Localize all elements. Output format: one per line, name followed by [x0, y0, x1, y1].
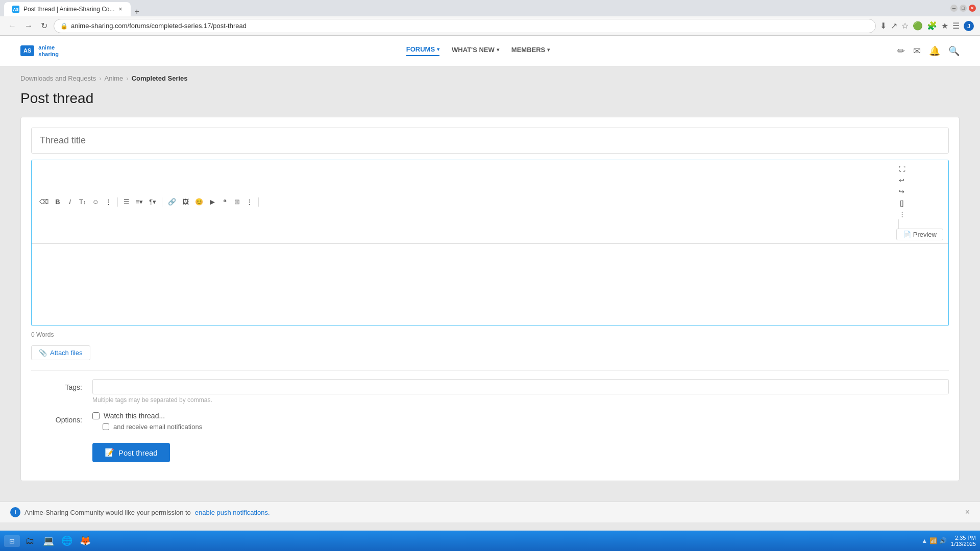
reload-button[interactable]: ↻: [39, 19, 50, 33]
lock-icon: 🔒: [60, 22, 68, 30]
preview-button[interactable]: 📄 Preview: [896, 229, 943, 240]
url-bar[interactable]: 🔒 anime-sharing.com/forums/completed-ser…: [54, 19, 876, 33]
close-button[interactable]: ✕: [969, 5, 976, 12]
forward-button[interactable]: →: [22, 19, 35, 33]
taskbar-icon-firefox[interactable]: 🦊: [77, 533, 93, 549]
more-button-1[interactable]: ⋮: [103, 196, 114, 208]
info-icon: i: [10, 507, 20, 517]
extension-icon1[interactable]: 🟢: [913, 21, 923, 31]
options-label: Options:: [31, 412, 92, 424]
paperclip-icon: 📎: [39, 349, 47, 357]
network-icon[interactable]: 📶: [929, 537, 937, 544]
options-field: Watch this thread... and receive email n…: [92, 412, 949, 431]
breadcrumb-item-1[interactable]: Downloads and Requests: [20, 74, 96, 82]
back-button[interactable]: ←: [6, 19, 18, 33]
maximize-button[interactable]: □: [960, 5, 967, 12]
pen-icon[interactable]: ✏: [897, 45, 905, 57]
clock[interactable]: 2:35 PM 1/13/2025: [951, 535, 976, 547]
file-explorer-icon: 🗂: [26, 536, 35, 546]
media-button[interactable]: ▶: [207, 196, 218, 208]
submit-field: 📝 Post thread: [92, 439, 949, 462]
extension-icon2[interactable]: 🧩: [927, 21, 937, 31]
mail-icon[interactable]: ✉: [913, 45, 921, 57]
toolbar-sep-2: [162, 197, 162, 207]
text-size-button[interactable]: T↕: [77, 196, 88, 208]
notif-link[interactable]: enable push notifications.: [195, 509, 270, 516]
notif-close-button[interactable]: ×: [965, 508, 970, 517]
more-button-2[interactable]: ⋮: [243, 196, 255, 208]
firefox-icon: 🦊: [80, 535, 91, 546]
post-thread-button[interactable]: 📝 Post thread: [92, 443, 170, 462]
minimize-button[interactable]: ─: [950, 5, 958, 12]
search-icon[interactable]: 🔍: [948, 45, 960, 57]
watch-thread-checkbox[interactable]: [92, 412, 100, 419]
address-bar: ← → ↻ 🔒 anime-sharing.com/forums/complet…: [0, 16, 980, 36]
clock-time: 2:35 PM: [951, 535, 976, 541]
bookmark-icon[interactable]: ☆: [901, 21, 909, 31]
smiley-tool-button[interactable]: ☺: [89, 196, 101, 208]
quote-button[interactable]: ❝: [219, 196, 230, 208]
taskbar-icon-file-explorer[interactable]: 🗂: [22, 533, 38, 549]
submit-row: 📝 Post thread: [31, 439, 949, 462]
italic-button[interactable]: I: [64, 196, 76, 208]
thread-title-input[interactable]: [31, 128, 949, 154]
chrome-icon: 🌐: [61, 535, 72, 546]
paragraph-button[interactable]: ¶▾: [146, 196, 159, 208]
word-count: 0 Words: [31, 329, 949, 340]
tab-close-button[interactable]: ×: [119, 6, 122, 13]
options-row: Options: Watch this thread... and receiv…: [31, 412, 949, 431]
align-button[interactable]: ≡▾: [133, 196, 146, 208]
profile-icon[interactable]: ☰: [952, 21, 960, 31]
nav-members[interactable]: MEMBERS ▾: [511, 46, 550, 56]
user-avatar[interactable]: J: [964, 21, 974, 31]
eraser-button[interactable]: ⌫: [37, 196, 51, 208]
more-button-3[interactable]: ⋮: [896, 208, 908, 219]
notif-text: Anime-Sharing Community would like your …: [24, 509, 191, 516]
taskbar-icon-terminal[interactable]: 💻: [40, 533, 57, 549]
active-tab[interactable]: AS Post thread | Anime-Sharing Co... ×: [4, 2, 131, 16]
site-header: AS animesharing FORUMS ▾ WHAT'S NEW ▾ ME…: [0, 36, 980, 66]
bold-button[interactable]: B: [52, 196, 63, 208]
extension-icon3[interactable]: ★: [941, 21, 948, 31]
tab-title: Post thread | Anime-Sharing Co...: [23, 6, 115, 13]
new-tab-button[interactable]: +: [131, 7, 143, 16]
taskbar: ⊞ 🗂 💻 🌐 🦊 ▲ 📶 🔊 2:35 PM 1/13/2025: [0, 531, 980, 551]
tags-label: Tags:: [31, 379, 92, 391]
emoji-button[interactable]: 😊: [192, 196, 206, 208]
undo-button[interactable]: ↩: [896, 174, 908, 186]
editor-body[interactable]: [32, 244, 948, 325]
start-button[interactable]: ⊞: [4, 535, 20, 547]
redo-button[interactable]: ↪: [896, 186, 908, 197]
chevron-up-icon[interactable]: ▲: [921, 537, 927, 544]
image-button[interactable]: 🖼: [180, 196, 191, 208]
brackets-button[interactable]: []: [896, 197, 908, 208]
bell-icon[interactable]: 🔔: [929, 45, 940, 57]
share-icon[interactable]: ↗: [891, 21, 897, 31]
main-content: Post thread ⌫ B I T↕ ☺ ⋮ ☰ ≡▾: [0, 86, 980, 502]
editor-container: ⌫ B I T↕ ☺ ⋮ ☰ ≡▾ ¶▾ 🔗 🖼 😊: [31, 160, 949, 326]
preview-icon: 📄: [903, 231, 911, 238]
breadcrumb: Downloads and Requests › Anime › Complet…: [0, 66, 980, 86]
logo-area[interactable]: AS animesharing: [20, 44, 59, 57]
table-button[interactable]: ⊞: [231, 196, 242, 208]
header-icons: ✏ ✉ 🔔 🔍: [897, 45, 960, 57]
tab-strip: AS Post thread | Anime-Sharing Co... × +: [4, 0, 946, 16]
volume-icon[interactable]: 🔊: [939, 537, 947, 544]
nav-forums[interactable]: FORUMS ▾: [406, 45, 439, 56]
toolbar-sep-3: [258, 197, 259, 207]
download-icon[interactable]: ⬇: [880, 21, 887, 31]
notification-bar: i Anime-Sharing Community would like you…: [0, 502, 980, 522]
link-button[interactable]: 🔗: [165, 196, 179, 208]
email-notif-checkbox[interactable]: [103, 423, 109, 430]
taskbar-icon-chrome[interactable]: 🌐: [59, 533, 75, 549]
list-button[interactable]: ☰: [121, 196, 132, 208]
attach-files-button[interactable]: 📎 Attach files: [31, 345, 90, 360]
tags-input[interactable]: [92, 379, 949, 394]
system-tray: ▲ 📶 🔊: [921, 537, 947, 544]
breadcrumb-item-2[interactable]: Anime: [105, 74, 124, 82]
nav-whatsnew[interactable]: WHAT'S NEW ▾: [452, 46, 499, 56]
post-icon: 📝: [105, 448, 114, 457]
toolbar-right: ⛶ ↩ ↪ [] ⋮ 📄 Preview: [896, 163, 943, 240]
fullscreen-button[interactable]: ⛶: [896, 163, 908, 174]
nav-menu: FORUMS ▾ WHAT'S NEW ▾ MEMBERS ▾: [406, 45, 550, 56]
